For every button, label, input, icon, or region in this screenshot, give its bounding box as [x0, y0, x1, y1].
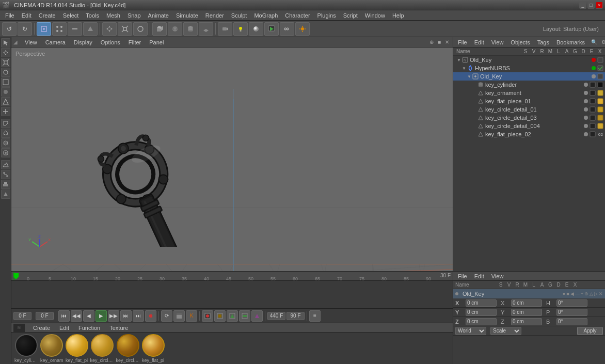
left-btn-scale[interactable] — [1, 58, 10, 67]
rph-edit[interactable]: Edit — [472, 39, 487, 46]
attr-scale-dropdown[interactable]: Scale Size — [490, 327, 521, 335]
tc-go-start[interactable]: ⏮ — [58, 310, 70, 322]
mat-create-menu[interactable]: Create — [30, 324, 53, 331]
attr-apply-button[interactable]: Apply — [577, 327, 603, 335]
viewport-panel-menu[interactable]: Panel — [146, 39, 167, 46]
material-button[interactable] — [249, 22, 263, 36]
sun-button[interactable] — [295, 22, 310, 36]
undo-button[interactable]: ↺ — [2, 22, 17, 36]
attr-y-scale[interactable] — [511, 309, 542, 316]
left-btn-tool11[interactable] — [1, 138, 10, 148]
minimize-button[interactable]: _ — [579, 2, 586, 9]
left-btn-tool13[interactable] — [1, 160, 10, 169]
left-btn-tool6[interactable] — [1, 87, 10, 97]
menu-mograph[interactable]: MoGraph — [251, 11, 281, 20]
left-btn-tool16[interactable] — [1, 189, 10, 199]
material-item-dark[interactable]: key_cylinde — [14, 334, 38, 363]
menu-select[interactable]: Select — [60, 11, 82, 20]
tag-kc-2[interactable] — [597, 81, 604, 88]
tree-expand-key-flat-02[interactable] — [472, 132, 477, 137]
attr-z-pos[interactable] — [466, 318, 497, 325]
menu-file[interactable]: File — [2, 11, 18, 20]
tree-expand-key-ornament[interactable] — [472, 90, 477, 96]
attr-icon-3[interactable]: ◀ — [570, 291, 574, 296]
add-sphere-button[interactable] — [168, 22, 182, 36]
viewport-filter-menu[interactable]: Filter — [125, 39, 144, 46]
maximize-button[interactable]: □ — [587, 2, 595, 9]
attr-icon-8[interactable]: ▷ — [594, 291, 598, 296]
scale-tool-button[interactable] — [118, 22, 132, 36]
title-bar-controls[interactable]: _ □ × — [579, 2, 603, 9]
tag-kf01-1[interactable] — [589, 98, 596, 105]
left-btn-tool5[interactable] — [1, 77, 10, 87]
tc-key-button[interactable]: K — [186, 310, 197, 322]
tag-kcd03-1[interactable] — [589, 114, 596, 121]
left-btn-tool9[interactable] — [1, 119, 10, 128]
viewport-camera-menu[interactable]: Camera — [42, 39, 69, 46]
attr-icon-2[interactable]: ■ — [566, 291, 569, 296]
tag-kcd01-1[interactable] — [589, 106, 596, 113]
rotate-tool-button[interactable] — [133, 22, 148, 36]
menu-tools[interactable]: Tools — [83, 11, 102, 20]
tree-row-key-circle-004[interactable]: key_circle_detail_004 — [453, 122, 605, 130]
viewport-btn-3[interactable]: ✕ — [443, 39, 451, 45]
viewport-btn-2[interactable]: ■ — [436, 39, 442, 45]
menu-script[interactable]: Script — [340, 11, 361, 20]
tag-kc-1[interactable] — [589, 81, 596, 88]
tree-expand-key-circle-01[interactable] — [472, 107, 477, 112]
light-button[interactable] — [233, 22, 248, 36]
attr-icon-9[interactable]: ✕ — [599, 291, 603, 296]
tree-row-key-cylinder[interactable]: key_cylinder — [453, 81, 605, 89]
menu-sculpt[interactable]: Sculpt — [228, 11, 250, 20]
left-btn-rotate[interactable] — [1, 68, 10, 77]
tree-row-old-key-root[interactable]: ▼ N Old_Key — [453, 56, 605, 64]
tree-row-key-ornament[interactable]: key_ornament — [453, 89, 605, 97]
add-cylinder-button[interactable] — [183, 22, 198, 36]
rph-bookmarks[interactable]: Bookmarks — [554, 39, 587, 46]
viewport-view-menu[interactable]: View — [22, 39, 40, 46]
menu-mesh[interactable]: Mesh — [103, 11, 123, 20]
tc-next-frame[interactable]: ▶▶ — [108, 310, 119, 322]
tree-row-key-circle-03[interactable]: key_circle_detail_03 — [453, 114, 605, 122]
tc-prev-frame[interactable]: ◀ — [83, 310, 94, 322]
menu-help[interactable]: Help — [389, 11, 407, 20]
tc-render-region[interactable] — [214, 310, 226, 322]
tree-row-hypernurbs[interactable]: ▼ HyperNURBS — [453, 64, 605, 72]
tree-expand-old-key[interactable]: ▼ — [467, 74, 472, 79]
menu-render[interactable]: Render — [202, 11, 227, 20]
left-btn-tool14[interactable] — [1, 170, 10, 179]
mode-edge-button[interactable] — [68, 22, 82, 36]
attr-icon-6[interactable]: ⊕ — [584, 291, 588, 296]
menu-create[interactable]: Create — [36, 11, 59, 20]
timeline-end-left-field[interactable]: 0 F — [36, 312, 54, 320]
mode-point-button[interactable] — [52, 22, 67, 36]
viewport-options-menu[interactable]: Options — [98, 39, 123, 46]
menu-plugins[interactable]: Plugins — [314, 11, 339, 20]
mode-polygon-button[interactable] — [83, 22, 98, 36]
rph-view[interactable]: View — [489, 39, 506, 46]
material-item-gold-sphere[interactable]: key_flat_pi — [142, 334, 165, 363]
tag-check-1[interactable] — [597, 56, 604, 64]
left-btn-tool12[interactable] — [1, 148, 10, 157]
attr-z-scale[interactable] — [511, 318, 542, 325]
tree-expand-hypernurbs[interactable]: ▼ — [461, 66, 467, 71]
tag-kf02-1[interactable] — [589, 131, 596, 138]
tc-go-end[interactable]: ⏭ — [133, 310, 144, 322]
menu-edit[interactable]: Edit — [19, 11, 35, 20]
tc-clapper[interactable] — [173, 310, 185, 322]
attr-world-dropdown[interactable]: World Local Object — [455, 327, 486, 335]
attr-b-rot[interactable] — [556, 318, 587, 325]
render-button[interactable] — [264, 22, 279, 36]
tag-ko-2[interactable] — [597, 89, 604, 97]
move-tool-button[interactable] — [102, 22, 117, 36]
infinity-button[interactable] — [280, 22, 294, 36]
left-btn-tool8[interactable] — [1, 107, 10, 116]
menu-window[interactable]: Window — [362, 11, 388, 20]
attr-h-rot[interactable] — [556, 299, 587, 307]
tag-kcd004-2[interactable] — [597, 122, 604, 130]
tc-render-region2[interactable] — [227, 310, 238, 322]
tc-render-all[interactable] — [239, 310, 250, 322]
viewport-display-menu[interactable]: Display — [71, 39, 95, 46]
redo-button[interactable]: ↻ — [18, 22, 32, 36]
material-item-gold-dark[interactable]: key_circle_i — [116, 334, 140, 363]
